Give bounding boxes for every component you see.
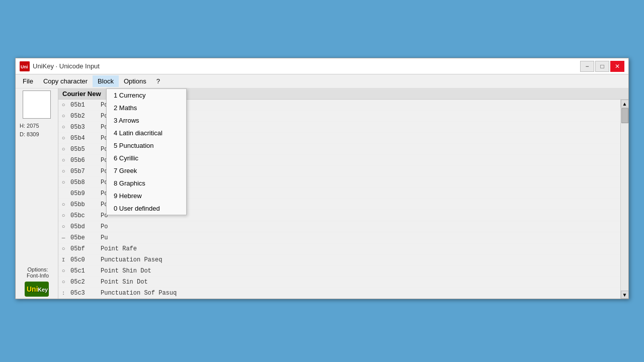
table-row[interactable]: —05bePu (58, 232, 620, 243)
row-code: 05b4 (68, 135, 99, 142)
row-icon: ○ (58, 157, 68, 163)
scroll-down-arrow[interactable]: ▼ (621, 291, 629, 299)
block-item-maths[interactable]: 2 Maths (107, 102, 186, 114)
maximize-button[interactable]: □ (595, 61, 609, 72)
title-bar-controls: − □ ✕ (580, 61, 624, 72)
row-icon: ○ (58, 168, 68, 174)
scroll-thumb[interactable] (621, 108, 628, 123)
table-row[interactable]: I05c0Punctuation Paseq (58, 254, 620, 265)
row-icon: ○ (58, 213, 68, 219)
table-row[interactable]: ○05bfPoint Rafe (58, 243, 620, 254)
row-code: 05bb (68, 201, 99, 208)
row-code: 05bc (68, 212, 99, 219)
row-icon: ○ (58, 146, 68, 152)
block-item-punctuation[interactable]: 5 Punctuation (107, 139, 186, 152)
row-code: 05c0 (68, 256, 99, 263)
table-row[interactable]: ○05c2Point Sin Dot (58, 277, 620, 288)
row-code: 05bd (68, 223, 99, 230)
row-icon: I (58, 257, 68, 263)
block-item-greek[interactable]: 7 Greek (107, 164, 186, 177)
block-item-cyrillic[interactable]: 6 Cyrillic (107, 152, 186, 164)
menu-copy-character[interactable]: Copy character (38, 75, 93, 87)
row-code: 05b3 (68, 124, 99, 131)
row-code: 05b2 (68, 113, 99, 120)
row-icon: ○ (58, 268, 68, 274)
block-item-user-defined[interactable]: 0 User definded (107, 202, 186, 215)
row-code: 05b6 (68, 157, 99, 164)
row-icon: ○ (58, 124, 68, 130)
row-icon: — (58, 235, 68, 241)
font-info-label: Font-Info (20, 273, 56, 279)
row-icon: ○ (58, 102, 68, 108)
main-window: Uni UniKey · Unicode Input − □ ✕ File Co… (15, 58, 629, 299)
left-panel: H: 2075 D: 8309 Options: Font-Info Uni K… (16, 88, 58, 299)
row-code: 05c1 (68, 267, 99, 275)
block-item-arrows[interactable]: 3 Arrows (107, 114, 186, 127)
window-title: UniKey · Unicode Input (33, 62, 100, 70)
menu-help[interactable]: ? (151, 75, 165, 87)
row-desc: Point Rafe (99, 245, 620, 252)
block-item-graphics[interactable]: 8 Graphics (107, 177, 186, 190)
menu-file[interactable]: File (18, 75, 38, 87)
options-label: Options: (20, 266, 56, 273)
row-code: 05b7 (68, 168, 99, 175)
row-icon: ○ (58, 202, 68, 208)
row-desc: Point Sin Dot (99, 279, 620, 286)
row-code: 05b5 (68, 146, 99, 153)
scroll-track[interactable] (621, 108, 629, 291)
scrollbar[interactable]: ▲ ▼ (620, 100, 628, 299)
block-item-currency[interactable]: 1 Currency (107, 89, 186, 102)
block-item-hebrew[interactable]: 9 Hebrew (107, 190, 186, 202)
title-bar-left: Uni UniKey · Unicode Input (20, 61, 100, 71)
char-preview (23, 90, 51, 119)
row-desc: Pu (99, 234, 620, 241)
row-code: 05b8 (68, 179, 99, 186)
row-desc: Punctuation Sof Pasuq (99, 290, 620, 297)
table-row[interactable]: :05c3Punctuation Sof Pasuq (58, 288, 620, 299)
row-code: 05bf (68, 245, 99, 252)
row-icon: ○ (58, 224, 68, 230)
h-info: H: 2075 D: 8309 (18, 122, 56, 138)
app-icon: Uni (20, 61, 30, 71)
minimize-button[interactable]: − (580, 61, 594, 72)
table-row[interactable]: ○05bdPo (58, 221, 620, 232)
row-code: 05be (68, 234, 99, 241)
d-value: D: 8309 (20, 130, 56, 139)
unikey-logo: Uni Key (25, 282, 49, 297)
row-desc: Point Shin Dot (99, 267, 620, 275)
row-code: 05c2 (68, 279, 99, 286)
svg-text:Key: Key (38, 287, 48, 293)
h-value: H: 2075 (20, 122, 56, 130)
row-desc: Punctuation Paseq (99, 256, 620, 263)
row-icon: ○ (58, 246, 68, 252)
row-icon: ○ (58, 113, 68, 119)
svg-text:Uni: Uni (21, 64, 28, 69)
row-code: 05c3 (68, 290, 99, 297)
row-icon: ○ (58, 279, 68, 285)
menu-block[interactable]: Block (93, 75, 119, 87)
svg-text:Uni: Uni (27, 285, 38, 293)
row-icon: ○ (58, 179, 68, 186)
menu-bar: File Copy character Block Options ? 1 Cu… (16, 74, 628, 88)
title-bar: Uni UniKey · Unicode Input − □ ✕ (16, 58, 628, 74)
row-code: 05b9 (68, 190, 99, 197)
menu-options[interactable]: Options (119, 75, 151, 87)
row-icon: ○ (58, 135, 68, 141)
block-item-latin[interactable]: 4 Latin diacritical (107, 127, 186, 139)
close-button[interactable]: ✕ (610, 61, 624, 72)
scroll-up-arrow[interactable]: ▲ (621, 100, 629, 108)
block-dropdown: 1 Currency 2 Maths 3 Arrows 4 Latin diac… (106, 88, 187, 215)
row-desc: Po (99, 223, 620, 230)
row-code: 05b1 (68, 102, 99, 109)
table-row[interactable]: ○05c1Point Shin Dot (58, 265, 620, 277)
row-icon: : (58, 290, 68, 296)
